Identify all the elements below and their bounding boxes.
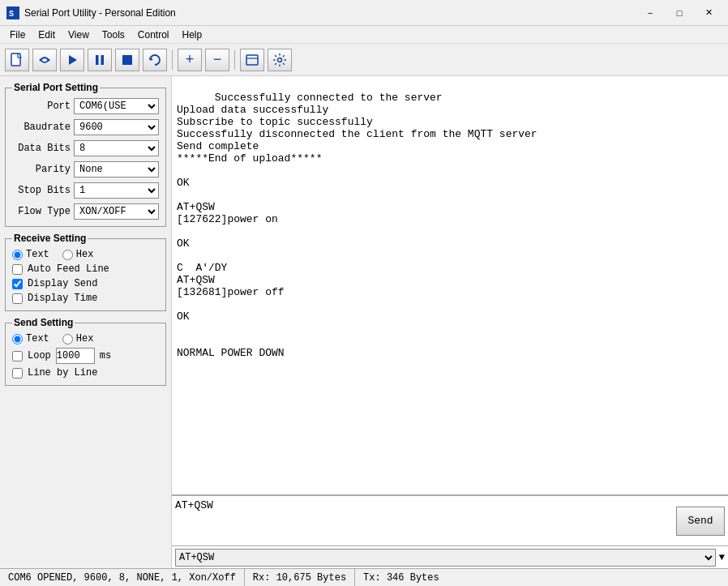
data-bits-row: Data Bits 8 7 6 5 (12, 140, 159, 156)
receive-text-radio[interactable] (12, 250, 23, 260)
receive-text-radio-label[interactable]: Text (12, 249, 49, 260)
rx-label: Rx: (253, 572, 271, 584)
send-text-radio-label[interactable]: Text (12, 333, 49, 344)
loop-label: Loop (28, 350, 51, 361)
close-button[interactable]: ✕ (696, 5, 722, 21)
send-input-row: AT+QSW Send (172, 496, 728, 545)
cmd-history-select[interactable]: AT+QSW (175, 549, 716, 567)
flow-type-select[interactable]: XON/XOFF None Hardware (74, 203, 159, 220)
left-panel: Serial Port Setting Port COM6(USE Baudra… (0, 76, 172, 568)
parity-label: Parity (12, 164, 71, 175)
auto-feed-row: Auto Feed Line (12, 263, 159, 275)
window-button[interactable] (240, 49, 264, 71)
rx-value: 10,675 Bytes (276, 572, 346, 584)
menu-file[interactable]: File (3, 28, 32, 42)
title-bar: S Serial Port Utility - Personal Edition… (0, 0, 728, 26)
menu-edit[interactable]: Edit (32, 28, 62, 42)
menu-control[interactable]: Control (131, 28, 176, 42)
receive-format-row: Text Hex (12, 249, 159, 260)
send-setting-group: Send Setting Text Hex Loop ms Line b (5, 323, 166, 386)
menu-bar: File Edit View Tools Control Help (0, 26, 728, 44)
send-setting-title: Send Setting (12, 317, 75, 328)
pause-button[interactable] (88, 49, 112, 71)
minimize-button[interactable]: − (637, 5, 663, 21)
loop-unit: ms (100, 350, 111, 361)
app-icon: S (6, 6, 19, 19)
window-controls: − □ ✕ (637, 5, 722, 21)
auto-feed-label: Auto Feed Line (28, 263, 109, 275)
send-area: AT+QSW Send AT+QSW ▼ (172, 495, 728, 568)
data-bits-select[interactable]: 8 7 6 5 (74, 140, 159, 156)
baudrate-select[interactable]: 9600 115200 57600 38400 19200 4800 2400 … (74, 119, 159, 135)
refresh-button[interactable] (143, 49, 167, 71)
add-button[interactable]: + (178, 49, 202, 71)
loop-value-input[interactable] (56, 348, 95, 364)
cmd-dropdown-arrow[interactable]: ▼ (719, 552, 725, 563)
svg-point-12 (278, 58, 282, 62)
menu-tools[interactable]: Tools (96, 28, 131, 42)
settings-button[interactable] (268, 49, 292, 71)
line-by-line-row: Line by Line (12, 367, 159, 379)
loop-checkbox[interactable] (12, 351, 23, 361)
send-hex-label: Hex (76, 333, 94, 344)
send-text-label: Text (26, 333, 49, 344)
svg-marker-5 (69, 55, 77, 65)
send-text-radio[interactable] (12, 334, 23, 344)
line-by-line-checkbox[interactable] (12, 368, 23, 379)
run-button[interactable] (60, 49, 84, 71)
receive-hex-radio[interactable] (62, 250, 73, 260)
status-bar: COM6 OPENED, 9600, 8, NONE, 1, Xon/Xoff … (0, 568, 728, 586)
stop-bits-label: Stop Bits (12, 185, 71, 196)
tx-value: 346 Bytes (387, 572, 439, 584)
terminal-content: Successfully connected to the server Upl… (177, 92, 537, 359)
flow-type-label: Flow Type (12, 206, 71, 217)
stop-button[interactable] (115, 49, 139, 71)
port-status-section: COM6 OPENED, 9600, 8, NONE, 1, Xon/Xoff (0, 569, 245, 586)
baudrate-label: Baudrate (12, 122, 71, 133)
auto-feed-checkbox[interactable] (12, 264, 23, 275)
connect-button[interactable] (32, 49, 57, 71)
menu-view[interactable]: View (62, 28, 96, 42)
svg-rect-6 (96, 55, 99, 65)
main-content: Serial Port Setting Port COM6(USE Baudra… (0, 76, 728, 568)
receive-setting-group: Receive Setting Text Hex Auto Feed Line … (5, 238, 166, 311)
tx-section: Tx: 346 Bytes (355, 569, 448, 586)
display-send-checkbox[interactable] (12, 279, 23, 289)
maximize-button[interactable]: □ (666, 5, 692, 21)
new-file-button[interactable] (5, 49, 29, 71)
stop-bits-row: Stop Bits 1 2 1.5 (12, 182, 159, 199)
tx-label: Tx: (363, 572, 381, 584)
receive-setting-title: Receive Setting (12, 233, 88, 244)
svg-rect-8 (122, 55, 132, 65)
send-format-row: Text Hex (12, 333, 159, 344)
loop-row: Loop ms (12, 348, 159, 364)
serial-port-setting-title: Serial Port Setting (12, 82, 100, 93)
baudrate-row: Baudrate 9600 115200 57600 38400 19200 4… (12, 119, 159, 135)
svg-point-4 (48, 58, 50, 61)
send-button[interactable]: Send (676, 507, 725, 536)
terminal-area[interactable]: Successfully connected to the server Upl… (172, 76, 728, 495)
toolbar-separator-2 (234, 50, 235, 70)
receive-hex-label: Hex (76, 249, 94, 260)
parity-row: Parity None Even Odd (12, 161, 159, 178)
port-select[interactable]: COM6(USE (74, 98, 159, 114)
toolbar-separator-1 (172, 50, 173, 70)
receive-hex-radio-label[interactable]: Hex (62, 249, 94, 260)
data-bits-label: Data Bits (12, 143, 71, 154)
right-panel: Successfully connected to the server Upl… (172, 76, 728, 568)
send-button-col: Send (676, 499, 725, 542)
rx-section: Rx: 10,675 Bytes (245, 569, 355, 586)
display-send-row: Display Send (12, 278, 159, 289)
svg-rect-10 (246, 55, 258, 65)
display-time-checkbox[interactable] (12, 293, 23, 304)
send-hex-radio[interactable] (62, 334, 73, 344)
port-label: Port (12, 101, 71, 112)
menu-help[interactable]: Help (176, 28, 209, 42)
send-hex-radio-label[interactable]: Hex (62, 333, 94, 344)
flow-type-row: Flow Type XON/XOFF None Hardware (12, 203, 159, 220)
send-textarea[interactable]: AT+QSW (175, 499, 673, 542)
remove-button[interactable]: − (205, 49, 229, 71)
stop-bits-select[interactable]: 1 2 1.5 (74, 182, 159, 199)
svg-rect-2 (11, 53, 20, 66)
parity-select[interactable]: None Even Odd (74, 161, 159, 178)
